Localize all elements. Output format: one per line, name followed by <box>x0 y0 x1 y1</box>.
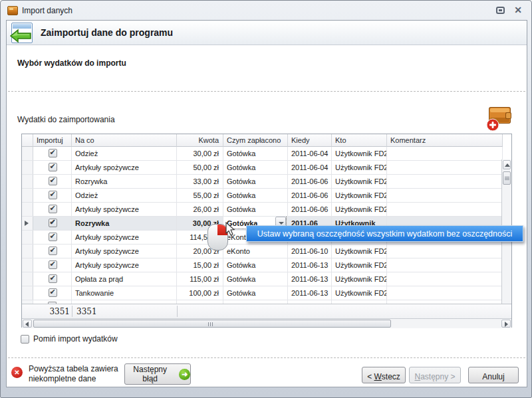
czym-zaplacono-cell: Gotówka <box>223 189 288 202</box>
table-row[interactable]: Artykuły spożywcze50,00 złGotówka2011-06… <box>22 161 511 175</box>
kiedy-cell: 2011-06-04 <box>288 147 332 160</box>
minimize-icon[interactable] <box>496 7 505 14</box>
row-checkbox[interactable] <box>49 233 57 241</box>
czym-zaplacono-cell: Gotówka <box>223 203 288 216</box>
row-checkbox[interactable] <box>49 260 57 269</box>
separator <box>8 357 525 358</box>
importuj-cell <box>33 147 72 160</box>
row-header-cell <box>22 245 33 258</box>
na-co-cell: Artykuły spożywcze <box>72 231 177 244</box>
importuj-cell <box>33 189 72 202</box>
na-co-cell: Odzież <box>72 189 177 202</box>
summary-importuj: 3351 <box>33 307 72 316</box>
kto-cell: Użytkownik FD2 <box>332 272 387 286</box>
horizontal-scrollbar[interactable] <box>22 318 511 328</box>
row-checkbox[interactable] <box>49 149 57 157</box>
kwota-cell: 55,00 zł <box>177 189 223 202</box>
wizard-title: Zaimportuj dane do programu <box>41 27 173 38</box>
column-header[interactable]: Kto <box>332 134 387 147</box>
scroll-up-icon[interactable] <box>503 160 511 169</box>
grid-header: ImportujNa coKwotaCzym zapłaconoKiedyKto… <box>22 134 511 147</box>
table-row[interactable]: Odzież55,00 złGotówka2011-06-06Użytkowni… <box>22 189 511 203</box>
next-error-button[interactable]: Następny błąd ➜ <box>124 363 191 385</box>
kwota-cell: 30,00 zł <box>177 147 223 160</box>
row-checkbox[interactable] <box>49 274 57 283</box>
scrollbar-thumb[interactable] <box>503 171 511 185</box>
kto-cell: Użytkownik FD2 <box>332 203 387 216</box>
column-header[interactable]: Komentarz <box>387 134 503 147</box>
na-co-cell: Rozrywka <box>72 217 177 230</box>
close-icon[interactable]: ✕ <box>514 7 522 14</box>
column-header[interactable]: Na co <box>72 134 177 147</box>
skip-import-checkbox[interactable] <box>21 335 29 344</box>
kto-cell: Użytkownik FD2 <box>332 286 387 300</box>
table-row[interactable]: Artykuły spożywcze15,00 złGotówka2011-06… <box>22 258 511 272</box>
czym-zaplacono-cell: Gotówka <box>223 286 288 300</box>
row-checkbox[interactable] <box>49 163 57 171</box>
row-checkbox[interactable] <box>49 219 57 227</box>
kiedy-cell: 2011-06-13 <box>288 272 332 286</box>
import-arrow-icon <box>11 23 33 43</box>
table-row[interactable]: Rozrywka33,00 złGotówka2011-06-06Użytkow… <box>22 175 511 189</box>
next-error-label: Następny błąd <box>125 365 175 383</box>
row-header-cell <box>22 203 33 216</box>
importuj-cell <box>33 286 72 300</box>
cancel-button[interactable]: Anuluj <box>468 367 519 383</box>
row-checkbox[interactable] <box>49 205 57 213</box>
importuj-cell <box>33 203 72 216</box>
kiedy-cell: 2011-06-06 <box>288 175 332 188</box>
kiedy-cell: 2011-06-06 <box>288 189 332 202</box>
scroll-left-icon[interactable] <box>23 320 32 328</box>
table-row[interactable]: Artykuły spożywcze26,00 złGotówka2011-06… <box>22 203 511 217</box>
kwota-cell: 115,00 zł <box>177 272 223 286</box>
row-checkbox[interactable] <box>49 177 57 185</box>
scroll-right-icon[interactable] <box>501 320 511 328</box>
separator <box>8 91 525 92</box>
kto-cell: Użytkownik FD2 <box>332 175 387 188</box>
kto-cell: Użytkownik FD2 <box>332 245 387 258</box>
column-header[interactable]: Czym zapłacono <box>223 134 288 147</box>
kwota-cell: 100,00 zł <box>177 286 223 300</box>
kwota-cell: 50,00 zł <box>177 161 223 174</box>
table-row[interactable]: Artykuły spożywcze20,00 złeKonto2011-06-… <box>22 245 511 258</box>
column-header[interactable]: Importuj <box>33 134 72 147</box>
next-button[interactable]: Następny > <box>409 367 461 383</box>
green-arrow-icon: ➜ <box>179 369 190 380</box>
error-message-area: ✕ Powyższa tabela zawiera niekompletne d… <box>11 363 118 384</box>
kto-cell: Użytkownik FD2 <box>332 258 387 272</box>
skip-import-row: Pomiń import wydatków <box>21 334 118 344</box>
czym-zaplacono-cell: Gotówka <box>223 161 288 174</box>
komentarz-cell <box>387 175 503 188</box>
na-co-cell: Rozrywka <box>72 175 177 188</box>
row-header-cell <box>22 231 33 244</box>
table-row[interactable]: Odzież30,00 złGotówka2011-06-04Użytkowni… <box>22 147 511 161</box>
column-header[interactable]: Kwota <box>177 134 223 147</box>
kto-cell: Użytkownik FD2 <box>332 161 387 174</box>
czym-zaplacono-cell: Gotówka <box>223 272 288 286</box>
window-title: Import danych <box>22 6 72 15</box>
row-checkbox[interactable] <box>49 288 57 297</box>
na-co-cell: Opłata za prąd <box>72 272 177 286</box>
table-row[interactable]: Opłata za prąd115,00 złGotówka2011-06-13… <box>22 272 511 286</box>
skip-import-label: Pomiń import wydatków <box>33 334 118 344</box>
kiedy-cell: 2011-06-13 <box>288 258 332 272</box>
summary-na-co: 3351 <box>76 307 97 316</box>
czym-zaplacono-cell: Gotówka <box>223 147 288 160</box>
table-label: Wydatki do zaimportowania <box>17 115 115 124</box>
back-button[interactable]: < Wstecz <box>362 367 406 383</box>
column-header[interactable]: Kiedy <box>288 134 332 147</box>
komentarz-cell <box>387 272 503 286</box>
row-checkbox[interactable] <box>49 191 57 199</box>
komentarz-cell <box>387 258 503 272</box>
column-header[interactable] <box>22 134 33 147</box>
row-header-cell <box>22 286 33 300</box>
wizard-header: Zaimportuj dane do programu <box>7 21 527 45</box>
na-co-cell: Artykuły spożywcze <box>72 245 177 258</box>
scrollbar-thumb-h[interactable] <box>33 320 391 328</box>
table-row[interactable]: Tankowanie100,00 złGotówka2011-06-13Użyt… <box>22 286 511 300</box>
na-co-cell: Artykuły spożywcze <box>72 161 177 174</box>
row-header-cell <box>22 189 33 202</box>
row-checkbox[interactable] <box>49 247 57 255</box>
grid-summary-row: 3351 3351 <box>22 304 511 318</box>
add-expense-wallet-icon[interactable] <box>485 104 514 134</box>
